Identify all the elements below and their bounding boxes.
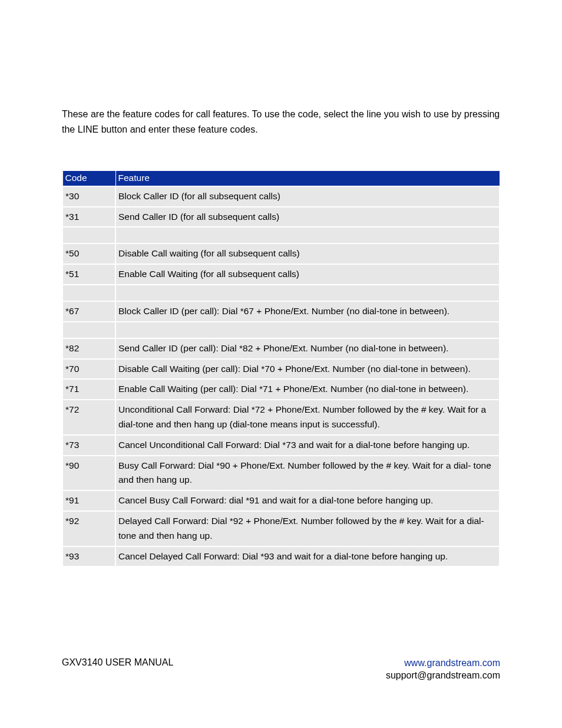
table-row: *70Disable Call Waiting (per call): Dial… [62, 359, 500, 380]
table-row: *67Block Caller ID (per call): Dial *67 … [62, 301, 500, 322]
spacer-row [62, 285, 500, 301]
table-row: *92Delayed Call Forward: Dial *92 + Phon… [62, 511, 500, 546]
table-row: *31Send Caller ID (for all subsequent ca… [62, 207, 500, 228]
code-cell: *31 [62, 207, 115, 228]
table-row: *30Block Caller ID (for all subsequent c… [62, 186, 500, 207]
feature-cell: Send Caller ID (for all subsequent calls… [115, 207, 500, 228]
header-feature: Feature [115, 170, 500, 186]
feature-codes-table: Code Feature *30Block Caller ID (for all… [62, 170, 500, 568]
spacer-row [62, 322, 500, 338]
code-cell: *82 [62, 338, 115, 359]
code-cell: *30 [62, 186, 115, 207]
footer-contact: www.grandstream.com support@grandstream.… [386, 657, 500, 682]
table-row: *73Cancel Unconditional Call Forward: Di… [62, 435, 500, 456]
table-row: *72Unconditional Call Forward: Dial *72 … [62, 400, 500, 435]
feature-cell: Cancel Delayed Call Forward: Dial *93 an… [115, 546, 500, 567]
code-cell: *90 [62, 456, 115, 491]
table-row: *82Send Caller ID (per call): Dial *82 +… [62, 338, 500, 359]
code-cell: *91 [62, 490, 115, 511]
code-cell: *67 [62, 301, 115, 322]
table-row: *93Cancel Delayed Call Forward: Dial *93… [62, 546, 500, 567]
code-cell: *93 [62, 546, 115, 567]
feature-cell: Enable Call Waiting (for all subsequent … [115, 264, 500, 285]
header-code: Code [62, 170, 115, 186]
table-header-row: Code Feature [62, 170, 500, 186]
document-page: These are the feature codes for call fea… [0, 0, 562, 728]
footer-url-link[interactable]: www.grandstream.com [404, 658, 500, 668]
feature-cell: Cancel Busy Call Forward: dial *91 and w… [115, 490, 500, 511]
footer-manual-title: GXV3140 USER MANUAL [62, 657, 173, 668]
intro-paragraph: These are the feature codes for call fea… [62, 107, 500, 138]
feature-cell: Disable Call waiting (for all subsequent… [115, 243, 500, 264]
table-row: *50Disable Call waiting (for all subsequ… [62, 243, 500, 264]
code-cell: *73 [62, 435, 115, 456]
spacer-row [62, 227, 500, 243]
code-cell: *72 [62, 400, 115, 435]
table-row: *51Enable Call Waiting (for all subseque… [62, 264, 500, 285]
feature-cell: Block Caller ID (per call): Dial *67 + P… [115, 301, 500, 322]
table-row: *90Busy Call Forward: Dial *90 + Phone/E… [62, 456, 500, 491]
code-cell: *50 [62, 243, 115, 264]
feature-cell: Enable Call Waiting (per call): Dial *71… [115, 379, 500, 400]
code-cell: *92 [62, 511, 115, 546]
code-cell: *70 [62, 359, 115, 380]
feature-cell: Block Caller ID (for all subsequent call… [115, 186, 500, 207]
footer-email: support@grandstream.com [386, 670, 500, 680]
table-row: *91Cancel Busy Call Forward: dial *91 an… [62, 490, 500, 511]
feature-cell: Disable Call Waiting (per call): Dial *7… [115, 359, 500, 380]
table-row: *71Enable Call Waiting (per call): Dial … [62, 379, 500, 400]
feature-cell: Delayed Call Forward: Dial *92 + Phone/E… [115, 511, 500, 546]
code-cell: *71 [62, 379, 115, 400]
code-cell: *51 [62, 264, 115, 285]
page-footer: GXV3140 USER MANUAL www.grandstream.com … [62, 657, 500, 682]
feature-cell: Send Caller ID (per call): Dial *82 + Ph… [115, 338, 500, 359]
feature-cell: Unconditional Call Forward: Dial *72 + P… [115, 400, 500, 435]
feature-cell: Busy Call Forward: Dial *90 + Phone/Ext.… [115, 456, 500, 491]
feature-cell: Cancel Unconditional Call Forward: Dial … [115, 435, 500, 456]
